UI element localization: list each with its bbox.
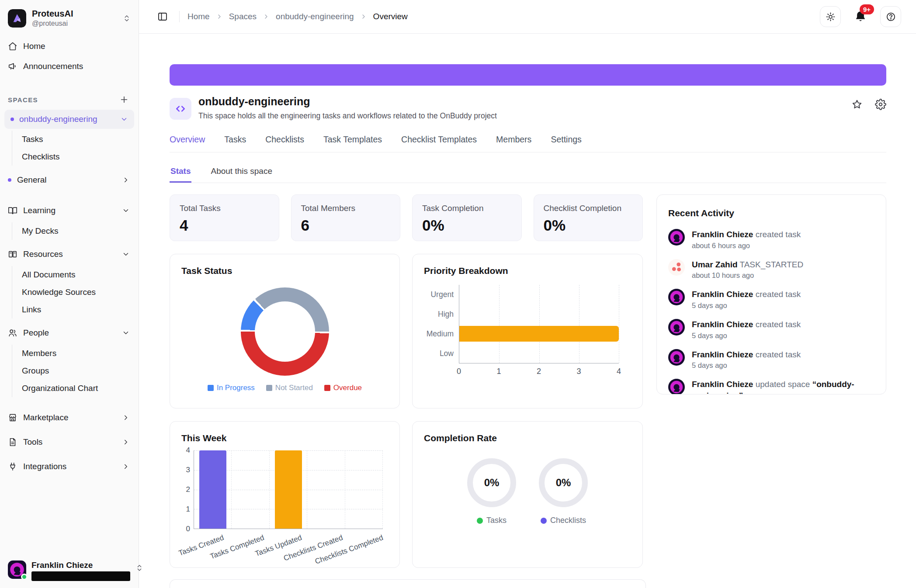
redacted-user-email	[31, 571, 130, 581]
sidebar-item-checklists[interactable]: Checklists	[12, 148, 139, 166]
sidebar-item-groups[interactable]: Groups	[12, 362, 139, 380]
breadcrumb-home[interactable]: Home	[187, 12, 210, 21]
sidebar-item-resources[interactable]: Resources	[0, 244, 139, 264]
legend-item: In Progress	[208, 384, 255, 392]
bar-column	[232, 450, 269, 529]
completion-ring-tasks: 0% Tasks	[467, 458, 516, 525]
sidebar-item-members[interactable]: Members	[12, 345, 139, 362]
thisweek-plot	[194, 450, 383, 529]
theme-toggle-button[interactable]	[820, 6, 841, 27]
sidebar-item-people[interactable]: People	[0, 323, 139, 343]
stat-card-total-tasks: Total Tasks 4	[170, 194, 279, 241]
tab-task-templates[interactable]: Task Templates	[323, 129, 382, 152]
tab-checklist-templates[interactable]: Checklist Templates	[401, 129, 477, 152]
chevron-right-icon	[360, 13, 367, 20]
sidebar-item-all-documents[interactable]: All Documents	[12, 266, 139, 284]
sidebar-item-label: General	[17, 175, 116, 185]
star-button[interactable]	[851, 99, 863, 110]
notifications-button[interactable]: 9+	[854, 10, 867, 23]
sidebar-item-integrations[interactable]: Integrations	[0, 457, 139, 477]
bar-tasks-updated	[275, 450, 302, 529]
sidebar-item-general[interactable]: General	[0, 170, 139, 190]
avatar-franklin	[668, 379, 685, 394]
tab-settings[interactable]: Settings	[551, 129, 581, 152]
panel-left-icon	[157, 11, 168, 22]
bar-medium	[459, 326, 619, 342]
activity-item: Franklin Chieze created task 5 days ago	[668, 319, 874, 340]
legend-dot	[477, 518, 483, 524]
sidebar-item-home[interactable]: Home	[0, 36, 139, 56]
stat-value: 6	[301, 217, 391, 234]
sidebar-item-label: Checklists	[22, 152, 60, 162]
chevron-right-icon	[122, 463, 130, 470]
space-icon	[170, 98, 191, 120]
avatar-franklin	[668, 289, 685, 305]
space-banner	[170, 64, 886, 86]
overview-subtabs: Stats About this space	[170, 163, 886, 183]
chevron-right-icon	[263, 13, 270, 20]
sidebar-item-label: My Decks	[22, 226, 58, 236]
breadcrumb-space[interactable]: onbuddy-engineering	[276, 12, 354, 21]
this-week-card: This Week 43210	[170, 421, 400, 568]
stat-label: Total Members	[301, 204, 391, 213]
sidebar-item-tools[interactable]: Tools	[0, 432, 139, 452]
sidebar-item-announcements[interactable]: Announcements	[0, 56, 139, 76]
breadcrumb-spaces[interactable]: Spaces	[229, 12, 257, 21]
home-icon	[8, 42, 17, 51]
stat-label: Total Tasks	[180, 204, 269, 213]
user-menu[interactable]: Franklin Chieze	[0, 554, 139, 588]
chevron-right-icon	[122, 414, 130, 422]
add-space-button[interactable]	[119, 95, 129, 104]
completion-rings: 0% Tasks 0%	[424, 458, 631, 525]
tab-checklists[interactable]: Checklists	[265, 129, 304, 152]
priority-y-labels: Urgent High Medium Low	[424, 285, 459, 363]
avatar-franklin	[668, 319, 685, 336]
sidebar-item-links[interactable]: Links	[12, 301, 139, 318]
chevrons-up-down-icon[interactable]	[123, 14, 131, 22]
tab-overview[interactable]: Overview	[170, 129, 205, 152]
workspace-switcher[interactable]: ProteusAI @proteusai	[0, 7, 139, 32]
progress-ring: 0%	[467, 458, 516, 507]
sidebar-toggle-button[interactable]	[154, 8, 171, 25]
help-button[interactable]	[880, 6, 901, 27]
breadcrumb-current: Overview	[373, 12, 408, 21]
stat-label: Checklist Completion	[544, 204, 633, 213]
priority-plot	[459, 285, 619, 363]
file-text-icon	[8, 437, 17, 447]
sidebar-item-learning[interactable]: Learning	[0, 201, 139, 221]
subtab-stats[interactable]: Stats	[170, 163, 191, 183]
stats-row: Total Tasks 4 Total Members 6 Task Compl…	[170, 194, 643, 241]
subtab-about[interactable]: About this space	[210, 163, 273, 183]
sidebar-item-tasks[interactable]: Tasks	[12, 131, 139, 148]
task-status-donut	[241, 287, 329, 376]
task-status-card: Task Status In Progress Not Started Over…	[170, 254, 400, 408]
tab-tasks[interactable]: Tasks	[224, 129, 246, 152]
app-window: ProteusAI @proteusai Home Announcements …	[0, 0, 916, 588]
recent-activity-card: Recent Activity Franklin Chieze created …	[656, 194, 886, 394]
stat-card-total-members: Total Members 6	[291, 194, 401, 241]
sidebar-item-onbuddy-engineering[interactable]: onbuddy-engineering	[4, 110, 134, 129]
sidebar-item-organizational-chart[interactable]: Organizational Chart	[12, 380, 139, 397]
sidebar-item-label: Tasks	[22, 135, 43, 144]
sidebar-item-my-decks[interactable]: My Decks	[12, 222, 139, 240]
sidebar-item-marketplace[interactable]: Marketplace	[0, 408, 139, 428]
tab-members[interactable]: Members	[496, 129, 531, 152]
sidebar-item-knowledge-sources[interactable]: Knowledge Sources	[12, 284, 139, 301]
legend-item: Overdue	[324, 384, 362, 392]
library-icon	[8, 249, 17, 259]
settings-gear-button[interactable]	[875, 99, 886, 110]
sidebar-item-label: Resources	[23, 249, 116, 259]
page-title: onbuddy-engineering	[198, 95, 497, 108]
avatar	[8, 560, 26, 579]
stat-value: 0%	[544, 217, 633, 234]
breadcrumb: Home Spaces onbuddy-engineering Overview	[187, 12, 408, 21]
bar-column	[194, 450, 232, 529]
space-name: onbuddy-engineering	[19, 114, 115, 124]
thisweek-x-labels: Tasks Created Tasks Completed Tasks Upda…	[194, 529, 388, 561]
stat-card-checklist-completion: Checklist Completion 0%	[534, 194, 643, 241]
space-bullet	[8, 178, 11, 182]
book-open-icon	[8, 206, 17, 215]
stat-value: 0%	[422, 217, 512, 234]
activity-list: Franklin Chieze created task about 6 hou…	[668, 229, 874, 394]
chevron-down-icon	[122, 250, 130, 258]
